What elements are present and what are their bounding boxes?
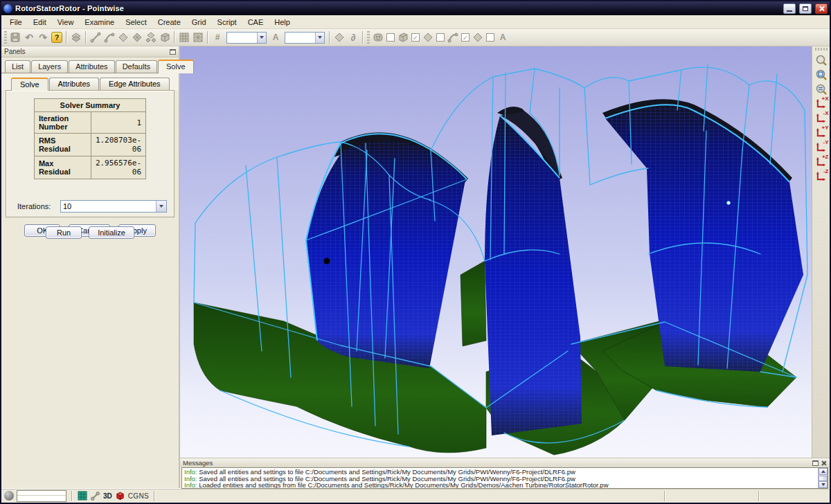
create-block-button[interactable] (158, 30, 172, 44)
iterations-combo[interactable]: 10 (60, 200, 167, 213)
menu-grid[interactable]: Grid (186, 17, 212, 28)
connector-visibility-button[interactable] (446, 30, 460, 44)
scroll-down-button[interactable] (819, 481, 828, 488)
max-residual-value: 2.956576e-06 (91, 156, 145, 179)
distribute-button[interactable] (332, 30, 346, 44)
unstructured-grid-button[interactable] (191, 30, 205, 44)
messages-log[interactable]: Info: Saved all entities and settings to… (181, 467, 828, 489)
menu-script[interactable]: Script (212, 17, 242, 28)
zoom-to-fit-button[interactable] (814, 67, 829, 82)
spacing-combo[interactable] (285, 32, 325, 44)
initialize-button[interactable]: Initialize (89, 226, 134, 239)
connector-visibility-checkbox[interactable]: ✓ (461, 33, 470, 42)
close-button[interactable] (815, 3, 828, 14)
chevron-down-icon (159, 205, 163, 208)
chevron-down-icon (318, 36, 322, 39)
create-curve-button[interactable] (102, 30, 116, 44)
tab-layers[interactable]: Layers (31, 60, 68, 73)
menu-file[interactable]: File (4, 17, 28, 28)
help-button[interactable]: ? (50, 30, 64, 44)
block-visibility-checkbox[interactable]: ✓ (411, 33, 420, 42)
float-messages-icon[interactable] (812, 460, 819, 466)
menu-cae[interactable]: CAE (242, 17, 269, 28)
messages-title: Messages (183, 459, 213, 467)
iterations-value[interactable]: 10 (61, 201, 156, 212)
status-separator (664, 491, 665, 501)
3d-viewport[interactable] (180, 46, 812, 458)
minimize-button[interactable] (783, 3, 796, 14)
iterations-dropdown[interactable] (156, 201, 166, 212)
undo-button[interactable]: ↶ (22, 30, 36, 44)
tab-solve[interactable]: Solve (158, 60, 194, 73)
spacing-combo-value[interactable] (285, 33, 315, 43)
view-plus-z-button[interactable]: +Z (814, 154, 829, 169)
view-plus-y-button[interactable]: +Y (814, 125, 829, 140)
run-button[interactable]: Run (46, 226, 82, 239)
view-minus-z-button[interactable]: -Z (814, 169, 829, 183)
status-light-icon (4, 491, 14, 501)
layers-button[interactable] (69, 30, 83, 44)
domain-visibility-button[interactable] (421, 30, 435, 44)
redo-button[interactable]: ↷ (36, 30, 50, 44)
menu-view[interactable]: View (52, 17, 80, 28)
save-button[interactable] (8, 30, 22, 44)
menu-create[interactable]: Create (152, 17, 186, 28)
messages-scrollbar[interactable] (818, 468, 828, 488)
menu-edit[interactable]: Edit (28, 17, 52, 28)
create-connector-button[interactable] (89, 30, 102, 44)
command-input[interactable] (17, 490, 66, 502)
menu-examine[interactable]: Examine (79, 17, 120, 28)
panels-header[interactable]: Panels (1, 46, 179, 57)
spacing-toggle-button[interactable]: A (496, 30, 510, 44)
dimension-combo[interactable] (226, 32, 267, 44)
cae-status-label: CGNS (128, 492, 149, 500)
structured-grid-button[interactable] (177, 30, 191, 44)
zoom-button[interactable] (814, 53, 829, 67)
close-messages-icon[interactable] (821, 460, 827, 466)
subtab-edge-attributes[interactable]: Edge Attributes (100, 78, 170, 90)
assemble-button[interactable] (144, 30, 158, 44)
undo-icon: ↶ (25, 32, 33, 43)
subtab-attributes[interactable]: Attributes (49, 78, 99, 90)
float-panel-icon[interactable] (170, 49, 176, 55)
menu-help[interactable]: Help (269, 17, 296, 28)
tab-defaults[interactable]: Defaults (116, 60, 157, 73)
toolbar-separator (174, 31, 175, 44)
block-visibility-button[interactable] (396, 30, 410, 44)
zoom-actual-button[interactable] (814, 82, 829, 96)
tab-list[interactable]: List (5, 60, 30, 73)
link-status-icon[interactable] (90, 491, 100, 501)
scroll-up-button[interactable] (819, 468, 828, 475)
app-window: RotorStatorRotor - Pointwise File Edit V… (0, 0, 831, 504)
view-toolbar-drag-handle[interactable] (815, 48, 828, 51)
toolbar-drag-handle[interactable] (367, 31, 370, 44)
table-row: Iteration Number 1 (34, 112, 145, 134)
toolbar-drag-handle[interactable] (4, 31, 7, 44)
table-row: RMS Residual 1.208703e-06 (34, 134, 145, 156)
spacing-icon[interactable]: A (269, 30, 283, 44)
create-domain-button[interactable] (116, 30, 130, 44)
menu-select[interactable]: Select (120, 17, 152, 28)
messages-header[interactable]: Messages (180, 458, 830, 467)
shader-checkbox[interactable] (386, 33, 395, 42)
create-structured-domain-button[interactable] (130, 30, 144, 44)
dimension-combo-dropdown[interactable] (257, 33, 266, 43)
title-bar[interactable]: RotorStatorRotor - Pointwise (1, 1, 830, 15)
subtab-solve[interactable]: Solve (11, 78, 48, 91)
dimension-icon[interactable]: # (211, 30, 224, 44)
view-plus-x-button[interactable]: +X (814, 96, 829, 111)
view-minus-y-button[interactable]: -Y (814, 140, 829, 154)
status-bar: 3D CGNS (1, 488, 830, 503)
scroll-thumb[interactable] (819, 476, 828, 481)
derivative-button[interactable]: ∂ (346, 30, 360, 44)
domain-visibility-checkbox[interactable] (436, 33, 445, 42)
tab-attributes[interactable]: Attributes (69, 60, 114, 73)
spacing-combo-dropdown[interactable] (315, 33, 324, 43)
source-visibility-checkbox[interactable] (486, 33, 494, 42)
grid-status-icon[interactable] (78, 491, 87, 501)
dimension-combo-value[interactable] (227, 33, 257, 43)
view-minus-x-button[interactable]: -X (814, 111, 829, 125)
source-visibility-button[interactable] (471, 30, 485, 44)
restore-button[interactable] (799, 3, 812, 14)
shader-toggle-button[interactable] (371, 30, 385, 44)
